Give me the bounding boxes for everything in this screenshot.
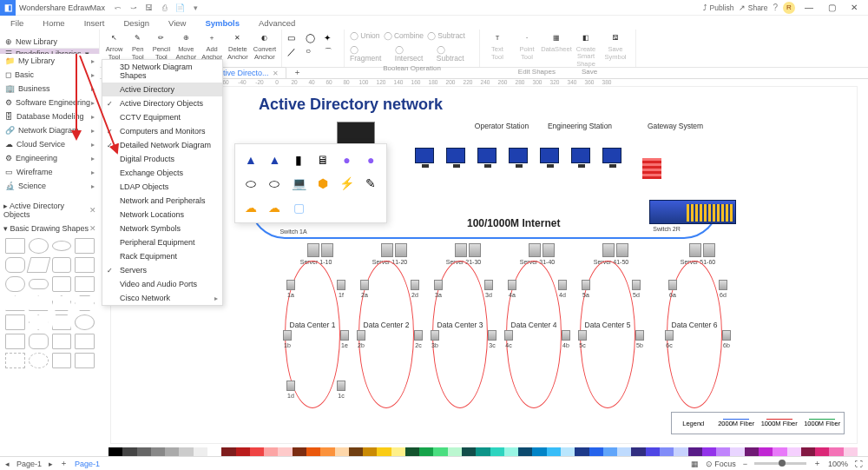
star-shape-icon[interactable]: ✦ bbox=[324, 33, 339, 43]
rect-shape-icon[interactable]: ▭ bbox=[287, 33, 302, 43]
shape-misc2[interactable] bbox=[5, 334, 25, 349]
symbol-circle2[interactable]: ● bbox=[360, 149, 381, 169]
shape-misc6[interactable] bbox=[52, 353, 72, 368]
workstation[interactable] bbox=[602, 148, 621, 163]
server[interactable] bbox=[307, 243, 319, 257]
node-server[interactable] bbox=[337, 280, 345, 290]
page-label[interactable]: Page-1 bbox=[16, 460, 42, 468]
lib-cat-engineering[interactable]: ⚙Engineering▸ bbox=[0, 151, 100, 165]
color-swatch[interactable] bbox=[745, 447, 759, 456]
undo-icon[interactable]: ⤺ bbox=[112, 2, 124, 14]
node-server[interactable] bbox=[431, 330, 439, 341]
minimize-button[interactable]: — bbox=[800, 3, 818, 12]
color-swatch[interactable] bbox=[589, 447, 603, 456]
node-server[interactable] bbox=[340, 330, 349, 341]
lib-cat-science[interactable]: 🔬Science▸ bbox=[0, 179, 100, 193]
color-swatch[interactable] bbox=[462, 447, 476, 456]
workstation[interactable] bbox=[415, 148, 434, 163]
node-server[interactable] bbox=[558, 280, 567, 290]
tool-arrow[interactable]: ↖ArrowTool bbox=[105, 31, 123, 61]
color-swatch[interactable] bbox=[646, 447, 660, 456]
color-swatch[interactable] bbox=[815, 447, 829, 456]
submenu-video-and-audio-ports[interactable]: Video and Audio Ports bbox=[102, 277, 222, 291]
lib-cat-wireframe[interactable]: ▭Wireframe▸ bbox=[0, 165, 100, 179]
menu-advanced[interactable]: Advanced bbox=[259, 18, 295, 28]
tool-add[interactable]: ＋AddAnchor bbox=[201, 31, 222, 61]
server[interactable] bbox=[381, 243, 393, 257]
shape-roundrect[interactable] bbox=[5, 257, 25, 273]
symbol-triangle[interactable]: ▲ bbox=[240, 149, 261, 169]
shape-pentagon[interactable] bbox=[52, 295, 72, 311]
lib-cat-my-library[interactable]: 📁My Library▸ bbox=[0, 54, 100, 68]
tool-pencil[interactable]: ✏PencilTool bbox=[152, 31, 170, 61]
circle-shape-icon[interactable]: ○ bbox=[306, 46, 320, 58]
avatar[interactable]: R bbox=[783, 2, 795, 14]
node-server[interactable] bbox=[337, 381, 345, 391]
workstation[interactable] bbox=[446, 148, 465, 163]
export-icon[interactable]: 📄 bbox=[174, 2, 187, 14]
color-swatch[interactable] bbox=[759, 447, 773, 456]
close-icon[interactable]: ✕ bbox=[273, 70, 279, 77]
color-swatch[interactable] bbox=[320, 447, 334, 456]
shape-para[interactable] bbox=[26, 257, 50, 273]
submenu-active-directory[interactable]: Active Directory bbox=[102, 83, 222, 96]
color-swatch[interactable] bbox=[702, 447, 716, 456]
color-swatch[interactable] bbox=[561, 447, 575, 456]
symbol-tower[interactable]: ▮ bbox=[288, 149, 309, 169]
node-server[interactable] bbox=[719, 280, 727, 290]
edit-text[interactable]: TTextTool bbox=[485, 31, 510, 61]
menu-symbols[interactable]: Symbols bbox=[205, 18, 240, 28]
panel-ad-objects[interactable]: ▸ Active Directory Objects✕ bbox=[0, 198, 100, 221]
color-swatch[interactable] bbox=[716, 447, 730, 456]
color-swatch[interactable] bbox=[773, 447, 786, 456]
symbol-cloud2[interactable]: ☁ bbox=[265, 197, 286, 217]
symbol-cylinder[interactable]: ⬢ bbox=[312, 173, 333, 194]
shape-misc7[interactable] bbox=[75, 353, 95, 368]
shape-stadium[interactable] bbox=[5, 276, 25, 292]
shape-circle[interactable] bbox=[29, 238, 49, 254]
server[interactable] bbox=[689, 243, 701, 257]
color-swatch[interactable] bbox=[278, 447, 292, 456]
node-server[interactable] bbox=[582, 280, 590, 290]
server[interactable] bbox=[469, 243, 481, 257]
shape-rect2[interactable] bbox=[75, 257, 95, 273]
node-server[interactable] bbox=[632, 280, 641, 290]
boolean-intersect[interactable]: ◯ Intersect bbox=[395, 45, 433, 63]
color-swatch[interactable] bbox=[405, 447, 419, 456]
color-swatch[interactable] bbox=[617, 447, 631, 456]
redo-icon[interactable]: ⤻ bbox=[128, 2, 140, 14]
server[interactable] bbox=[703, 243, 715, 257]
shape-misc3[interactable] bbox=[29, 334, 49, 349]
boolean-combine[interactable]: ◯ Combine bbox=[384, 31, 424, 40]
node-server[interactable] bbox=[286, 280, 295, 290]
shape-dashedcircle[interactable] bbox=[29, 353, 49, 368]
tool-move[interactable]: ⊕MoveAnchor bbox=[175, 31, 196, 61]
node-server[interactable] bbox=[434, 280, 443, 290]
color-swatch[interactable] bbox=[575, 447, 589, 456]
submenu-detailed-network-diagram[interactable]: Detailed Network Diagram bbox=[102, 138, 222, 152]
tool-convert[interactable]: ◐ConvertAnchor bbox=[253, 31, 276, 61]
color-swatch[interactable] bbox=[844, 447, 858, 456]
new-library-button[interactable]: ⊕ New Library bbox=[0, 36, 99, 49]
edit-save[interactable]: 🖫SaveSymbol bbox=[603, 31, 628, 61]
node-server[interactable] bbox=[562, 330, 570, 341]
symbol-pc[interactable]: 🖥 bbox=[312, 149, 333, 169]
color-swatch[interactable] bbox=[108, 447, 122, 456]
maximize-button[interactable]: ▢ bbox=[823, 3, 840, 12]
color-swatch[interactable] bbox=[264, 447, 278, 456]
server[interactable] bbox=[602, 243, 615, 257]
workstation[interactable] bbox=[509, 148, 528, 163]
color-swatch[interactable] bbox=[122, 447, 136, 456]
shape-diamond[interactable] bbox=[29, 314, 49, 330]
node-server[interactable] bbox=[283, 330, 292, 341]
submenu-peripheral-equipment[interactable]: Peripheral Equipment bbox=[102, 235, 222, 249]
symbol-bolt[interactable]: ⚡ bbox=[337, 173, 358, 194]
menu-home[interactable]: Home bbox=[43, 18, 64, 28]
submenu-3d-network-diagram-shapes[interactable]: 3D Network Diagram Shapes bbox=[102, 60, 222, 83]
server[interactable] bbox=[542, 243, 555, 257]
color-swatch[interactable] bbox=[787, 447, 801, 456]
color-swatch[interactable] bbox=[293, 447, 306, 456]
shape-square[interactable] bbox=[75, 238, 95, 254]
symbol-ellipse2[interactable]: ⬭ bbox=[265, 173, 286, 194]
shape-misc5[interactable] bbox=[75, 334, 95, 349]
